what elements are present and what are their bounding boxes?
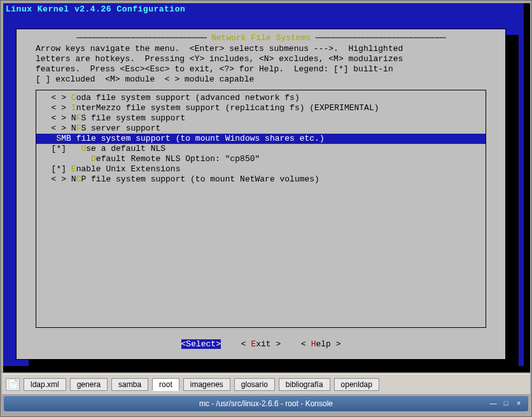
menu-item-1[interactable]: < > InterMezzo file system support (repl… xyxy=(36,103,486,113)
button-row: <Select> < Exit > < Help > xyxy=(24,339,498,349)
tab-genera[interactable]: genera xyxy=(70,378,108,391)
menu-item-4[interactable]: SMB file system support (to mount Window… xyxy=(36,134,486,144)
hotkey: D xyxy=(91,154,96,164)
menu-item-3[interactable]: < > NFS server support xyxy=(36,124,486,134)
menuconfig-dialog: ────────────────────────────── Network F… xyxy=(16,29,506,360)
hotkey: S xyxy=(56,134,61,144)
menu-item-5[interactable]: [*] Use a default NLS xyxy=(36,144,486,154)
menu-item-label: nterMezzo file system support (replicati… xyxy=(76,103,379,113)
select-button[interactable]: <Select> xyxy=(181,339,221,349)
terminal-area: Linux Kernel v2.4.26 Configuration ─────… xyxy=(3,3,530,372)
tab-bar: 📄 ldap.xmlgenerasambarootimagenesglosari… xyxy=(2,374,530,394)
menu-item-2[interactable]: < > NFS file system support xyxy=(36,113,486,124)
window-controls: — □ × xyxy=(489,399,523,407)
tab-bibliografía[interactable]: bibliografía xyxy=(279,378,330,391)
menu-item-label: nable Unix Extensions xyxy=(76,164,181,174)
hotkey: U xyxy=(81,144,86,154)
app-frame: Linux Kernel v2.4.26 Configuration ─────… xyxy=(0,0,532,417)
menu-item-8[interactable]: < > NCP file system support (to mount Ne… xyxy=(36,174,486,185)
minimize-icon[interactable]: — xyxy=(489,399,498,407)
menu-item-label: MB file system support (to mount Windows… xyxy=(61,134,324,144)
exit-button[interactable]: < Exit > xyxy=(241,339,281,349)
tab-openldap[interactable]: openldap xyxy=(334,378,379,391)
menu-item-label: S file system support xyxy=(81,113,185,124)
hotkey: F xyxy=(76,113,81,124)
tab-glosario[interactable]: glosario xyxy=(234,378,275,391)
menu-item-0[interactable]: < > Coda file system support (advanced n… xyxy=(36,93,486,103)
hotkey: E xyxy=(71,164,76,174)
menu-item-label: se a default NLS xyxy=(86,144,165,154)
hotkey: I xyxy=(71,103,76,113)
menu-item-label: P file system support (to mount NetWare … xyxy=(81,174,319,185)
tab-samba[interactable]: samba xyxy=(111,378,148,391)
menu-list[interactable]: < > Coda file system support (advanced n… xyxy=(36,90,486,328)
close-icon[interactable]: × xyxy=(514,399,523,407)
hotkey: C xyxy=(76,174,81,185)
hotkey: F xyxy=(76,124,81,134)
help-text: Arrow keys navigate the menu. <Enter> se… xyxy=(36,44,486,85)
section-title: ────────────────────────────── Network F… xyxy=(24,33,498,43)
menu-item-7[interactable]: [*] Enable Unix Extensions xyxy=(36,164,486,174)
menu-item-label: S server support xyxy=(81,124,160,134)
tab-ldap.xml[interactable]: ldap.xml xyxy=(24,378,66,391)
window-title: Linux Kernel v2.4.26 Configuration xyxy=(6,4,185,14)
kde-titlebar: mc - /usr/src/linux-2.6.6 - root - Konso… xyxy=(4,396,528,411)
tab-root[interactable]: root xyxy=(152,378,179,391)
menu-item-6[interactable]: Default Remote NLS Option: "cp850" xyxy=(36,154,486,164)
new-tab-icon[interactable]: 📄 xyxy=(6,378,20,391)
menu-item-label: efault Remote NLS Option: "cp850" xyxy=(96,154,260,164)
statusbar-text: mc - /usr/src/linux-2.6.6 - root - Konso… xyxy=(199,399,333,408)
maximize-icon[interactable]: □ xyxy=(501,399,510,407)
hotkey: C xyxy=(71,93,76,103)
tab-imagenes[interactable]: imagenes xyxy=(183,378,230,391)
help-button[interactable]: < Help > xyxy=(301,339,340,349)
menu-item-label: oda file system support (advanced networ… xyxy=(76,93,300,103)
